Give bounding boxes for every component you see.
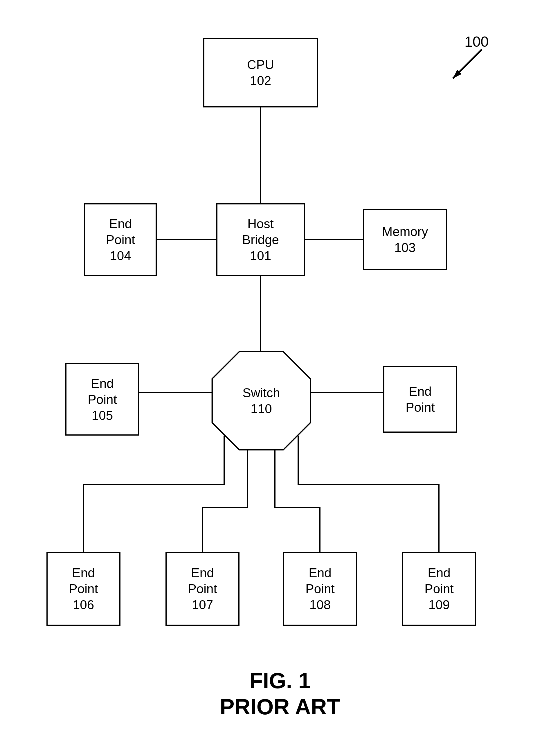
node-epright-label2: Point — [405, 399, 435, 415]
node-endpoint-105: End Point 105 — [65, 363, 139, 436]
node-cpu-label: CPU — [247, 57, 274, 73]
node-ep107-id: 107 — [192, 597, 213, 613]
connector-switch-ep106-v2 — [83, 484, 84, 552]
node-cpu: CPU 102 — [203, 38, 318, 107]
node-endpoint-106: End Point 106 — [46, 552, 120, 626]
node-ep107-label2: Point — [188, 581, 217, 597]
node-memory-id: 103 — [394, 240, 416, 256]
connector-switch-ep106-h — [83, 484, 225, 485]
connector-cpu-hostbridge — [260, 107, 261, 203]
connector-switch-ep107-v2 — [202, 507, 203, 552]
connector-switch-ep107-v1 — [247, 450, 248, 508]
connector-hostbridge-memory — [305, 239, 363, 240]
connector-switch-ep109-v1 — [298, 436, 299, 485]
node-memory-label: Memory — [382, 224, 428, 240]
node-ep104-label1: End — [109, 216, 132, 232]
node-cpu-id: 102 — [250, 73, 271, 88]
connector-switch-ep109-h — [298, 484, 440, 485]
diagram-canvas: 100 CPU 102 Host Bridge 101 End Point 10… — [0, 0, 560, 755]
node-ep104-id: 104 — [110, 248, 131, 264]
node-ep106-label2: Point — [69, 581, 98, 597]
node-ep108-id: 108 — [309, 597, 331, 613]
node-ep109-label2: Point — [424, 581, 454, 597]
node-ep106-label1: End — [72, 565, 95, 581]
connector-switch-ep106-v1 — [223, 436, 225, 485]
node-switch-label: Switch — [242, 385, 280, 400]
node-hostbridge: Host Bridge 101 — [216, 203, 305, 276]
node-ep109-label1: End — [427, 565, 450, 581]
node-ep105-id: 105 — [92, 408, 113, 423]
connector-switch-ep108-v2 — [319, 507, 320, 552]
node-hostbridge-label2: Bridge — [242, 232, 279, 248]
connector-switch-ep108-h — [274, 507, 320, 508]
node-epright-label1: End — [409, 383, 432, 399]
figure-caption-line2: PRIOR ART — [0, 694, 560, 719]
connector-switch-epright — [311, 392, 383, 393]
connector-switch-ep109-v2 — [438, 484, 440, 552]
node-hostbridge-id: 101 — [250, 248, 271, 264]
connector-hostbridge-ep104 — [157, 239, 216, 240]
node-ep108-label2: Point — [305, 581, 335, 597]
node-ep106-id: 106 — [73, 597, 94, 613]
reference-arrow-icon — [444, 43, 488, 87]
node-endpoint-104: End Point 104 — [84, 203, 157, 276]
node-hostbridge-label1: Host — [247, 216, 274, 232]
node-memory: Memory 103 — [363, 209, 447, 270]
node-ep107-label1: End — [191, 565, 214, 581]
node-endpoint-107: End Point 107 — [165, 552, 240, 626]
connector-switch-ep105 — [139, 392, 212, 393]
node-ep109-id: 109 — [428, 597, 450, 613]
connector-hostbridge-switch — [260, 276, 261, 353]
connector-switch-ep107-h — [202, 507, 248, 508]
node-ep108-label1: End — [308, 565, 331, 581]
node-ep105-label2: Point — [88, 392, 117, 408]
node-endpoint-108: End Point 108 — [283, 552, 357, 626]
node-ep105-label1: End — [91, 376, 114, 392]
node-endpoint-109: End Point 109 — [402, 552, 476, 626]
node-switch-id: 110 — [251, 402, 272, 416]
node-ep104-label2: Point — [106, 232, 135, 248]
figure-caption-line1: FIG. 1 — [0, 668, 560, 693]
node-endpoint-right: End Point — [383, 366, 457, 433]
connector-switch-ep108-v1 — [274, 450, 276, 508]
